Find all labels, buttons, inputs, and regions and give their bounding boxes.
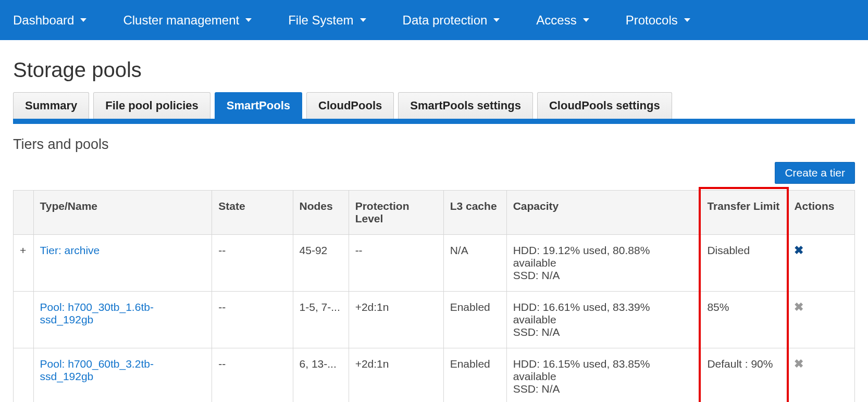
cell-capacity: HDD: 16.61% used, 83.39% availableSSD: N…: [506, 292, 701, 348]
create-tier-button[interactable]: Create a tier: [775, 162, 855, 184]
caret-down-icon: [684, 18, 690, 22]
cell-name: Tier: archive: [33, 235, 212, 292]
tab-summary[interactable]: Summary: [13, 92, 89, 119]
tab-row: Summary File pool policies SmartPools Cl…: [0, 92, 868, 124]
tab-cloudpools-settings[interactable]: CloudPools settings: [537, 92, 672, 119]
table-row: Pool: h700_30tb_1.6tb-ssd_192gb--1-5, 7-…: [14, 292, 855, 348]
cell-nodes: 1-5, 7-...: [293, 292, 349, 348]
cell-l3: Enabled: [443, 348, 506, 403]
col-capacity: Capacity: [506, 191, 701, 235]
tab-smartpools[interactable]: SmartPools: [215, 92, 302, 119]
caret-down-icon: [80, 18, 86, 22]
nav-label: Cluster management: [123, 13, 239, 28]
cell-l3: N/A: [443, 235, 506, 292]
cell-state: --: [212, 292, 293, 348]
table-header-row: Type/Name State Nodes Protection Level L…: [14, 191, 855, 235]
col-type-name: Type/Name: [33, 191, 212, 235]
table-wrap: Type/Name State Nodes Protection Level L…: [0, 190, 868, 402]
cell-state: --: [212, 235, 293, 292]
delete-icon[interactable]: ✖: [794, 302, 803, 313]
pool-link[interactable]: Tier: archive: [40, 244, 100, 256]
cell-name: Pool: h700_60tb_3.2tb-ssd_192gb: [33, 348, 212, 403]
nav-item-cluster-management[interactable]: Cluster management: [123, 13, 252, 28]
cell-actions: ✖: [788, 235, 855, 292]
cell-transfer-limit: Disabled: [701, 235, 788, 292]
delete-icon[interactable]: ✖: [794, 245, 803, 256]
col-state: State: [212, 191, 293, 235]
col-l3cache: L3 cache: [443, 191, 506, 235]
nav-label: Dashboard: [13, 13, 74, 28]
cell-transfer-limit: 85%: [701, 292, 788, 348]
cell-protection: --: [349, 235, 443, 292]
button-row: Create a tier: [0, 153, 868, 190]
nav-item-access[interactable]: Access: [536, 13, 589, 28]
expand-toggle: [14, 348, 34, 403]
pool-link[interactable]: Pool: h700_30tb_1.6tb-ssd_192gb: [40, 301, 154, 325]
tiers-pools-table: Type/Name State Nodes Protection Level L…: [13, 190, 855, 402]
cell-nodes: 45-92: [293, 235, 349, 292]
cell-state: --: [212, 348, 293, 403]
nav-item-data-protection[interactable]: Data protection: [403, 13, 500, 28]
expand-toggle: [14, 292, 34, 348]
table-row: +Tier: archive--45-92--N/AHDD: 19.12% us…: [14, 235, 855, 292]
tab-cloudpools[interactable]: CloudPools: [306, 92, 394, 119]
page-title: Storage pools: [0, 40, 868, 92]
cell-protection: +2d:1n: [349, 348, 443, 403]
cell-actions: ✖: [788, 348, 855, 403]
tab-smartpools-settings[interactable]: SmartPools settings: [398, 92, 533, 119]
cell-name: Pool: h700_30tb_1.6tb-ssd_192gb: [33, 292, 212, 348]
nav-item-protocols[interactable]: Protocols: [626, 13, 690, 28]
expand-toggle[interactable]: +: [14, 235, 34, 292]
cell-actions: ✖: [788, 292, 855, 348]
col-expander: [14, 191, 34, 235]
section-title: Tiers and pools: [0, 124, 868, 153]
cell-nodes: 6, 13-...: [293, 348, 349, 403]
pool-link[interactable]: Pool: h700_60tb_3.2tb-ssd_192gb: [40, 358, 154, 382]
nav-label: File System: [288, 13, 353, 28]
cell-capacity: HDD: 19.12% used, 80.88% availableSSD: N…: [506, 235, 701, 292]
cell-protection: +2d:1n: [349, 292, 443, 348]
delete-icon[interactable]: ✖: [794, 358, 803, 370]
col-nodes: Nodes: [293, 191, 349, 235]
nav-label: Protocols: [626, 13, 678, 28]
cell-l3: Enabled: [443, 292, 506, 348]
caret-down-icon: [583, 18, 589, 22]
table-row: Pool: h700_60tb_3.2tb-ssd_192gb--6, 13-.…: [14, 348, 855, 403]
cell-capacity: HDD: 16.15% used, 83.85% availableSSD: N…: [506, 348, 701, 403]
tab-file-pool-policies[interactable]: File pool policies: [93, 92, 210, 119]
nav-item-file-system[interactable]: File System: [288, 13, 366, 28]
nav-label: Data protection: [403, 13, 488, 28]
col-protection: Protection Level: [349, 191, 443, 235]
caret-down-icon: [360, 18, 366, 22]
top-nav: Dashboard Cluster management File System…: [0, 0, 868, 40]
caret-down-icon: [493, 18, 500, 22]
col-actions: Actions: [788, 191, 855, 235]
caret-down-icon: [245, 18, 252, 22]
nav-item-dashboard[interactable]: Dashboard: [13, 13, 86, 28]
cell-transfer-limit: Default : 90%: [701, 348, 788, 403]
nav-label: Access: [536, 13, 576, 28]
col-transfer-limit: Transfer Limit: [701, 191, 788, 235]
